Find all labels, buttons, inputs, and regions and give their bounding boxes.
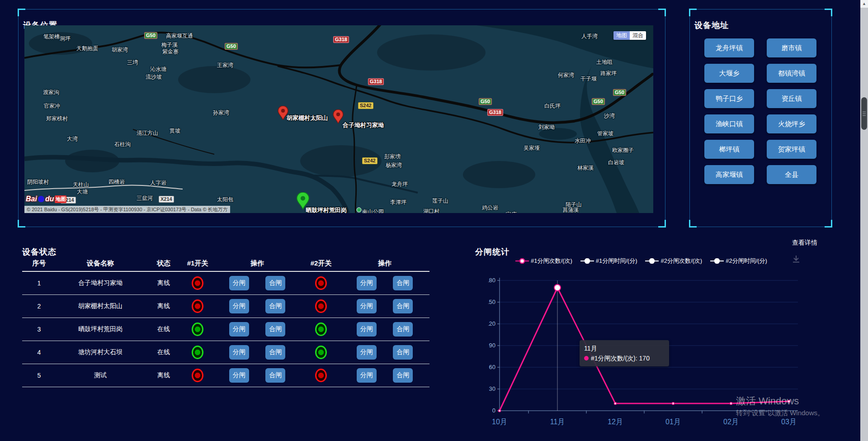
- download-icon[interactable]: [791, 254, 801, 264]
- open-breaker-button[interactable]: 分闸: [229, 322, 249, 337]
- map-marker-red[interactable]: [333, 109, 344, 123]
- open-breaker-button[interactable]: 分闸: [229, 299, 249, 313]
- tooltip-series-text: #1分闸次数/(次): 170: [591, 355, 650, 362]
- device-address-panel: 设备地址 龙舟坪镇磨市镇大堰乡都镇湾镇鸭子口乡资丘镇渔峡口镇火烧坪乡榔坪镇贺家坪…: [689, 9, 832, 227]
- map-place-label: 高家堰互通: [166, 32, 193, 40]
- close-breaker-button[interactable]: 合闸: [393, 299, 413, 313]
- map-place-label: 鸡公岩: [482, 204, 498, 212]
- map-place-label: 清江方山: [137, 129, 158, 137]
- address-button-3[interactable]: 都镇湾镇: [767, 64, 816, 83]
- map-place-label: 官家冲: [44, 102, 60, 110]
- address-button-8[interactable]: 榔坪镇: [704, 140, 754, 159]
- close-breaker-button[interactable]: 合闸: [265, 368, 285, 383]
- legend-item-0[interactable]: #1分闸次数/(次): [515, 257, 572, 265]
- open-breaker-button[interactable]: 分闸: [229, 345, 249, 360]
- map-place-label: 干子堰: [580, 75, 597, 83]
- table-header-cell: #2开关: [302, 259, 340, 268]
- table-row: 1合子坳村习家坳离线分闸合闸分闸合闸: [22, 272, 429, 295]
- switch-indicator-red: [192, 299, 203, 313]
- open-breaker-button[interactable]: 分闸: [357, 345, 377, 360]
- close-breaker-button[interactable]: 合闸: [393, 345, 413, 360]
- svg-text:12月: 12月: [608, 418, 623, 426]
- trip-stats-title: 分闸统计: [475, 247, 509, 257]
- map-place-label: 龙舟坪: [392, 180, 408, 188]
- open-breaker-button[interactable]: 分闸: [229, 276, 249, 290]
- map-place-label: 莲子山: [432, 197, 448, 205]
- baidu-paw-icon: [38, 196, 44, 202]
- map-place-label: 刘家坳: [538, 123, 555, 131]
- open-breaker-button[interactable]: 分闸: [357, 368, 377, 383]
- svg-text:180: 180: [488, 277, 495, 284]
- device-status: 离线: [145, 279, 183, 287]
- device-name: 塘坊河村大石坝: [56, 348, 145, 356]
- table-header-cell: #1开关: [183, 259, 212, 268]
- close-breaker-button[interactable]: 合闸: [393, 322, 413, 337]
- map-place-label: 郑家榜村: [46, 115, 68, 123]
- legend-item-3[interactable]: #2分闸时间/(分): [710, 257, 767, 265]
- page-scrollbar[interactable]: ▲: [860, 0, 868, 441]
- scrollbar-thumb[interactable]: [861, 97, 867, 130]
- map-place-label: 石柱沟: [114, 141, 131, 148]
- address-button-0[interactable]: 龙舟坪镇: [704, 38, 754, 57]
- close-breaker-button[interactable]: 合闸: [265, 276, 285, 290]
- map-place-label: 三盆河: [137, 194, 153, 202]
- address-button-5[interactable]: 资丘镇: [767, 89, 816, 108]
- map-place-label: 杨家湾: [386, 161, 402, 169]
- close-breaker-button[interactable]: 合闸: [265, 322, 285, 337]
- corner-decoration: [689, 9, 697, 16]
- svg-text:150: 150: [488, 299, 495, 305]
- svg-text:90: 90: [489, 342, 495, 349]
- address-button-1[interactable]: 磨市镇: [767, 38, 816, 57]
- road-badge-g50: G50: [225, 43, 238, 50]
- road-badge-s242: S242: [362, 157, 377, 164]
- device-status: 在线: [145, 348, 183, 356]
- address-button-6[interactable]: 渔峡口镇: [704, 114, 754, 133]
- row-index: 1: [22, 280, 56, 287]
- legend-marker: [580, 258, 594, 264]
- baidu-logo: Bai du 地图: [26, 195, 66, 203]
- table-row: 2胡家棚村太阳山离线分闸合闸分闸合闸: [22, 295, 429, 318]
- legend-marker: [645, 258, 659, 264]
- close-breaker-button[interactable]: 合闸: [265, 299, 285, 313]
- open-breaker-button[interactable]: 分闸: [357, 322, 377, 337]
- legend-item-2[interactable]: #2分闸次数/(次): [645, 257, 702, 265]
- address-button-4[interactable]: 鸭子口乡: [704, 89, 754, 108]
- open-breaker-button[interactable]: 分闸: [229, 368, 249, 383]
- map-place-label: 胡家湾: [112, 46, 128, 54]
- legend-marker: [710, 258, 724, 264]
- chart-tooltip: 11月 #1分闸次数/(次): 170: [580, 340, 669, 366]
- map-place-label: 何家湾: [558, 71, 574, 79]
- device-name: 晒鼓坪村荒田岗: [56, 325, 145, 333]
- open-breaker-button[interactable]: 分闸: [357, 276, 377, 290]
- address-button-9[interactable]: 贺家坪镇: [767, 140, 816, 159]
- open-breaker-button[interactable]: 分闸: [357, 299, 377, 313]
- scrollbar-up-arrow[interactable]: ▲: [860, 0, 868, 8]
- map-place-label: 欧家圈子: [612, 147, 634, 154]
- row-index: 5: [22, 372, 56, 379]
- map-place-label: 阴阳坡村: [27, 178, 49, 186]
- map-place-label: 菖蒲溪: [562, 206, 579, 213]
- map-type-map-button[interactable]: 地图: [613, 31, 630, 40]
- address-button-2[interactable]: 大堰乡: [704, 64, 754, 83]
- map-place-label: 白岩坡: [608, 159, 624, 166]
- baidu-logo-text: Bai: [26, 195, 37, 203]
- map-type-hybrid-button[interactable]: 混合: [630, 31, 646, 40]
- close-breaker-button[interactable]: 合闸: [265, 345, 285, 360]
- close-breaker-button[interactable]: 合闸: [393, 368, 413, 383]
- map-place-label: 管家坡: [597, 130, 613, 138]
- device-status-table: 序号设备名称状态#1开关操作#2开关操作 1合子坳村习家坳离线分闸合闸分闸合闸2…: [22, 256, 429, 387]
- address-button-7[interactable]: 火烧坪乡: [767, 114, 816, 133]
- map-place-label: 吴家垭: [524, 144, 540, 152]
- row-index: 4: [22, 349, 56, 356]
- address-button-10[interactable]: 高家堰镇: [704, 165, 754, 184]
- map-place-label: 人字岩: [150, 179, 166, 187]
- device-location-panel: 设备位置: [18, 9, 665, 227]
- legend-item-1[interactable]: #1分闸时间/(分): [580, 257, 637, 265]
- windows-activation-watermark: 激活 Windows: [736, 394, 799, 408]
- address-button-11[interactable]: 全县: [767, 165, 816, 184]
- baidu-map[interactable]: 笔架槽洞坪天鹅抱蛋胡家湾高家堰互通梅子溪紫金寨三塆沁水塘流沙坡渡家沟官家冲郑家榜…: [24, 25, 653, 213]
- view-details-link[interactable]: 查看详情: [792, 239, 817, 247]
- corner-decoration: [18, 9, 25, 16]
- close-breaker-button[interactable]: 合闸: [393, 276, 413, 290]
- device-status: 在线: [145, 325, 183, 333]
